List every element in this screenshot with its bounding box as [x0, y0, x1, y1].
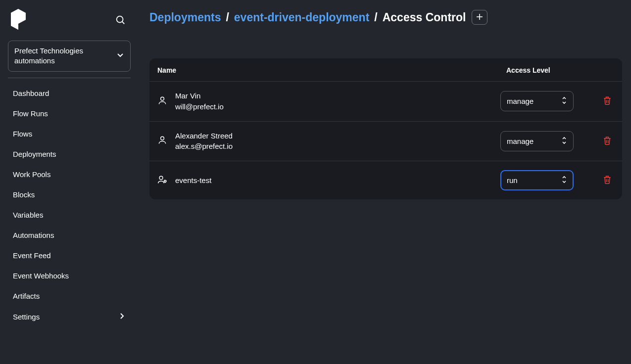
row-right-cell: run: [500, 170, 614, 190]
nav-settings[interactable]: Settings: [8, 306, 131, 327]
row-text: events-test: [175, 175, 211, 186]
nav-dashboard[interactable]: Dashboard: [8, 83, 131, 103]
row-right-cell: manage: [500, 91, 614, 111]
nav-label: Deployments: [13, 150, 56, 158]
access-table: Name Access Level Mar Vin will@prefect.i…: [149, 58, 622, 199]
nav-flow-runs[interactable]: Flow Runs: [8, 103, 131, 124]
nav-variables[interactable]: Variables: [8, 205, 131, 225]
chevron-down-icon: [116, 51, 124, 61]
search-icon: [115, 19, 126, 27]
access-level-select[interactable]: manage: [500, 91, 574, 111]
access-level-value: run: [507, 176, 518, 184]
svg-point-11: [164, 180, 166, 182]
workspace-selector[interactable]: Prefect Technologies automations: [8, 41, 131, 72]
delete-access-button[interactable]: [600, 172, 614, 188]
nav-label: Settings: [13, 313, 40, 321]
svg-point-7: [161, 137, 164, 140]
nav-label: Artifacts: [13, 292, 40, 300]
access-level-select[interactable]: manage: [500, 131, 574, 151]
table-header: Name Access Level: [149, 58, 622, 82]
breadcrumb-separator: /: [374, 11, 377, 24]
nav-label: Automations: [13, 231, 54, 239]
nav-flows[interactable]: Flows: [8, 124, 131, 144]
actor-email: alex.s@prefect.io: [175, 141, 233, 152]
actor-name: Mar Vin: [175, 91, 224, 101]
access-level-select[interactable]: run: [500, 170, 574, 190]
table-row: events-test run: [149, 161, 622, 199]
nav-label: Blocks: [13, 190, 35, 199]
row-text: Mar Vin will@prefect.io: [175, 91, 224, 112]
trash-icon: [602, 179, 612, 186]
nav-artifacts[interactable]: Artifacts: [8, 286, 131, 306]
workspace-label: Prefect Technologies automations: [14, 46, 116, 66]
logo-icon: [11, 9, 26, 32]
svg-point-4: [161, 97, 164, 100]
row-name-cell: Mar Vin will@prefect.io: [157, 91, 500, 112]
breadcrumb-deployments[interactable]: Deployments: [149, 11, 221, 24]
delete-access-button[interactable]: [600, 133, 614, 149]
nav-label: Event Webhooks: [13, 272, 69, 280]
sidebar-top: [8, 9, 131, 41]
nav-label: Flow Runs: [13, 109, 48, 118]
add-access-button[interactable]: [472, 10, 487, 25]
nav-blocks[interactable]: Blocks: [8, 184, 131, 205]
svg-point-0: [117, 16, 123, 22]
access-level-value: manage: [507, 97, 534, 105]
nav-automations[interactable]: Automations: [8, 225, 131, 245]
table-row: Mar Vin will@prefect.io manage: [149, 82, 622, 122]
actor-name: Alexander Streed: [175, 131, 233, 141]
breadcrumb-deployment-name[interactable]: event-driven-deployment: [234, 11, 370, 24]
user-icon: [157, 135, 167, 147]
nav-event-feed[interactable]: Event Feed: [8, 245, 131, 266]
row-right-cell: manage: [500, 131, 614, 151]
breadcrumb-current: Access Control: [383, 11, 466, 24]
actor-email: will@prefect.io: [175, 101, 224, 112]
nav-deployments[interactable]: Deployments: [8, 144, 131, 164]
sidebar-divider: [8, 78, 131, 78]
row-text: Alexander Streed alex.s@prefect.io: [175, 131, 233, 152]
nav-work-pools[interactable]: Work Pools: [8, 164, 131, 184]
nav-label: Event Feed: [13, 251, 51, 260]
nav-label: Work Pools: [13, 170, 50, 179]
sidebar: Prefect Technologies automations Dashboa…: [0, 0, 139, 364]
breadcrumb-separator: /: [226, 11, 229, 24]
trash-icon: [602, 100, 612, 107]
th-name: Name: [157, 66, 500, 74]
nav-label: Dashboard: [13, 89, 49, 97]
main-content: Deployments / event-driven-deployment / …: [139, 0, 631, 364]
plus-icon: [476, 13, 484, 22]
actor-name: events-test: [175, 175, 211, 186]
search-button[interactable]: [113, 12, 128, 29]
svg-line-1: [122, 21, 125, 24]
group-icon: [157, 175, 167, 186]
breadcrumb: Deployments / event-driven-deployment / …: [149, 10, 622, 25]
user-icon: [157, 95, 167, 107]
updown-icon: [561, 96, 567, 106]
delete-access-button[interactable]: [600, 93, 614, 109]
sidebar-nav: Dashboard Flow Runs Flows Deployments Wo…: [8, 83, 131, 327]
nav-event-webhooks[interactable]: Event Webhooks: [8, 266, 131, 286]
nav-label: Flows: [13, 130, 32, 138]
chevron-right-icon: [118, 312, 126, 321]
trash-icon: [602, 140, 612, 147]
table-row: Alexander Streed alex.s@prefect.io manag…: [149, 122, 622, 162]
access-level-value: manage: [507, 137, 534, 145]
nav-label: Variables: [13, 211, 43, 219]
updown-icon: [561, 136, 567, 146]
updown-icon: [561, 176, 567, 185]
th-access-level: Access Level: [500, 66, 614, 74]
svg-point-10: [159, 176, 163, 180]
row-name-cell: events-test: [157, 175, 500, 186]
row-name-cell: Alexander Streed alex.s@prefect.io: [157, 131, 500, 152]
